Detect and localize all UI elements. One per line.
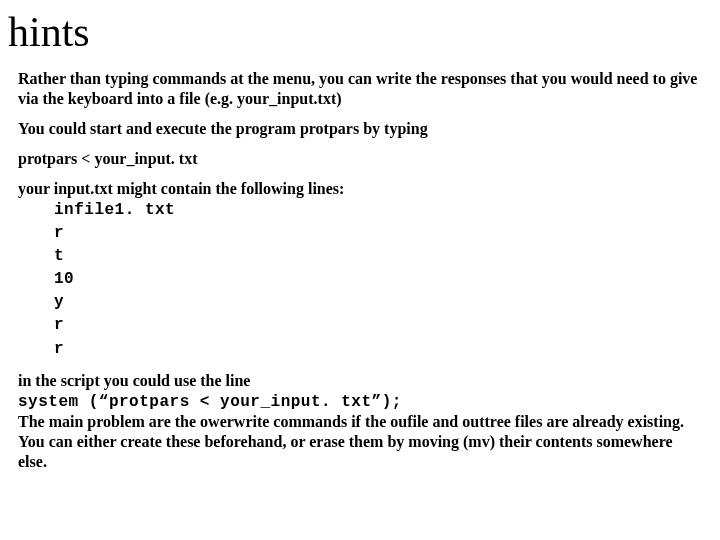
paragraph-intro: Rather than typing commands at the menu,… bbox=[18, 69, 702, 109]
input-file-intro: your input.txt might contain the followi… bbox=[18, 180, 344, 197]
command-line-example: protpars < your_input. txt bbox=[18, 149, 702, 169]
input-line-3: t bbox=[54, 245, 702, 268]
paragraph-start-execute: You could start and execute the program … bbox=[18, 119, 702, 139]
system-call-line: system (“protpars < your_input. txt”); bbox=[18, 393, 402, 411]
input-line-1: infile1. txt bbox=[54, 199, 702, 222]
input-line-4: 10 bbox=[54, 268, 702, 291]
input-line-7: r bbox=[54, 338, 702, 361]
input-line-5: y bbox=[54, 291, 702, 314]
script-usage-block: in the script you could use the line sys… bbox=[18, 371, 702, 472]
overwrite-warning: The main problem are the owerwrite comma… bbox=[18, 413, 684, 470]
input-line-6: r bbox=[54, 314, 702, 337]
script-usage-intro: in the script you could use the line bbox=[18, 372, 250, 389]
input-line-2: r bbox=[54, 222, 702, 245]
input-file-block: your input.txt might contain the followi… bbox=[18, 179, 702, 361]
page-title: hints bbox=[8, 6, 702, 59]
